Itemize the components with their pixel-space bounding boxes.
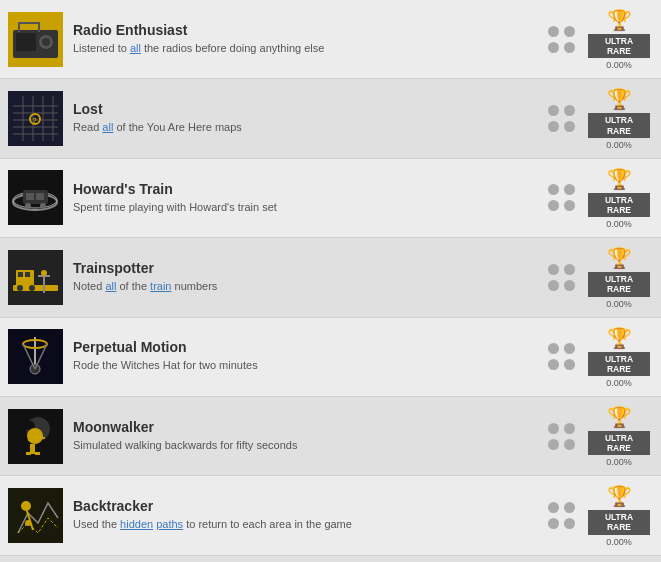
dot xyxy=(548,121,559,132)
svg-rect-7 xyxy=(38,22,40,32)
dots-area xyxy=(548,26,575,53)
dot xyxy=(564,439,575,450)
achievement-info-moonwalker: Moonwalker Simulated walking backwards f… xyxy=(73,419,538,453)
dot xyxy=(564,518,575,529)
achievement-row-radio-enthusiast[interactable]: Radio Enthusiast Listened to all the rad… xyxy=(0,0,661,79)
achievement-title: Lost xyxy=(73,101,538,117)
svg-rect-32 xyxy=(25,272,30,277)
svg-rect-51 xyxy=(28,439,36,441)
dot xyxy=(564,343,575,354)
achievement-list: Radio Enthusiast Listened to all the rad… xyxy=(0,0,661,562)
svg-point-56 xyxy=(21,501,31,511)
achievement-thumb-moonwalker xyxy=(8,409,63,464)
svg-rect-6 xyxy=(18,22,38,24)
ultra-rare-badge: ULTRA RARE xyxy=(588,272,650,296)
dot xyxy=(548,439,559,450)
svg-rect-31 xyxy=(18,272,23,277)
dot xyxy=(564,280,575,291)
badge-area: 🏆 ULTRA RARE 0.00% xyxy=(585,405,653,467)
achievement-title: Trainspotter xyxy=(73,260,538,276)
dot xyxy=(548,184,559,195)
dot xyxy=(548,502,559,513)
svg-point-4 xyxy=(42,38,50,46)
svg-rect-2 xyxy=(16,33,36,51)
dot xyxy=(548,343,559,354)
dot xyxy=(564,121,575,132)
trophy-icon: 🏆 xyxy=(607,167,632,191)
achievement-title: Radio Enthusiast xyxy=(73,22,538,38)
dot xyxy=(548,26,559,37)
trophy-icon: 🏆 xyxy=(607,484,632,508)
percent-label: 0.00% xyxy=(606,60,632,70)
ultra-rare-badge: ULTRA RARE xyxy=(588,431,650,455)
achievement-title: Perpetual Motion xyxy=(73,339,538,355)
achievement-desc: Read all of the You Are Here maps xyxy=(73,120,538,135)
percent-label: 0.00% xyxy=(606,457,632,467)
dot xyxy=(564,26,575,37)
achievement-row-howards-train[interactable]: Howard's Train Spent time playing with H… xyxy=(0,159,661,238)
achievement-row-backtracker[interactable]: Backtracker Used the hidden paths to ret… xyxy=(0,476,661,555)
dot xyxy=(548,423,559,434)
percent-label: 0.00% xyxy=(606,537,632,547)
badge-area: 🏆 ULTRA RARE 0.00% xyxy=(585,326,653,388)
achievement-desc: Rode the Witches Hat for two minutes xyxy=(73,358,538,373)
achievement-desc: Used the hidden paths to return to each … xyxy=(73,517,538,532)
achievement-info-howards-train: Howard's Train Spent time playing with H… xyxy=(73,181,538,215)
achievement-row-perpetual-motion[interactable]: Perpetual Motion Rode the Witches Hat fo… xyxy=(0,318,661,397)
achievement-thumb-howards-train xyxy=(8,170,63,225)
dot xyxy=(564,200,575,211)
dots-area xyxy=(548,502,575,529)
achievement-thumb-perpetual-motion xyxy=(8,329,63,384)
achievement-desc: Spent time playing with Howard's train s… xyxy=(73,200,538,215)
dots-area xyxy=(548,184,575,211)
achievement-thumb-trainspotter xyxy=(8,250,63,305)
dot xyxy=(564,42,575,53)
achievement-desc: Listened to all the radios before doing … xyxy=(73,41,538,56)
dots-area xyxy=(548,105,575,132)
svg-point-27 xyxy=(40,203,46,209)
dot xyxy=(564,264,575,275)
ultra-rare-badge: ULTRA RARE xyxy=(588,193,650,217)
achievement-info-trainspotter: Trainspotter Noted all of the train numb… xyxy=(73,260,538,294)
trophy-icon: 🏆 xyxy=(607,326,632,350)
achievement-info-backtracker: Backtracker Used the hidden paths to ret… xyxy=(73,498,538,532)
achievement-thumb-radio-enthusiast xyxy=(8,12,63,67)
achievement-row-trainspotter[interactable]: Trainspotter Noted all of the train numb… xyxy=(0,238,661,317)
dot xyxy=(548,200,559,211)
badge-area: 🏆 ULTRA RARE 0.00% xyxy=(585,246,653,308)
dot xyxy=(564,105,575,116)
badge-area: 🏆 ULTRA RARE 0.00% xyxy=(585,484,653,546)
percent-label: 0.00% xyxy=(606,299,632,309)
ultra-rare-badge: ULTRA RARE xyxy=(588,510,650,534)
svg-rect-50 xyxy=(35,452,40,455)
badge-area: 🏆 ULTRA RARE 0.00% xyxy=(585,8,653,70)
achievement-row-moonwalker[interactable]: Moonwalker Simulated walking backwards f… xyxy=(0,397,661,476)
ultra-rare-badge: ULTRA RARE xyxy=(588,352,650,376)
achievement-row-lost[interactable]: ? Lost Read all of the You Are Here maps… xyxy=(0,79,661,158)
svg-text:?: ? xyxy=(32,116,37,125)
percent-label: 0.00% xyxy=(606,140,632,150)
badge-area: 🏆 ULTRA RARE 0.00% xyxy=(585,167,653,229)
dot xyxy=(548,42,559,53)
dot xyxy=(548,264,559,275)
percent-label: 0.00% xyxy=(606,378,632,388)
trophy-icon: 🏆 xyxy=(607,246,632,270)
svg-rect-35 xyxy=(43,275,45,293)
achievement-row-open-ended[interactable]: Open Ended Reached Stephen's bunker with… xyxy=(0,556,661,562)
dot xyxy=(548,280,559,291)
achievement-desc: Simulated walking backwards for fifty se… xyxy=(73,438,538,453)
trophy-icon: 🏆 xyxy=(607,405,632,429)
dots-area xyxy=(548,423,575,450)
svg-point-47 xyxy=(27,428,43,444)
svg-rect-52 xyxy=(37,437,45,439)
dot xyxy=(548,518,559,529)
svg-rect-49 xyxy=(26,452,31,455)
percent-label: 0.00% xyxy=(606,219,632,229)
dots-area xyxy=(548,343,575,370)
achievement-thumb-backtracker xyxy=(8,488,63,543)
ultra-rare-badge: ULTRA RARE xyxy=(588,34,650,58)
achievement-title: Howard's Train xyxy=(73,181,538,197)
trophy-icon: 🏆 xyxy=(607,87,632,111)
dot xyxy=(564,359,575,370)
svg-rect-53 xyxy=(8,488,63,543)
